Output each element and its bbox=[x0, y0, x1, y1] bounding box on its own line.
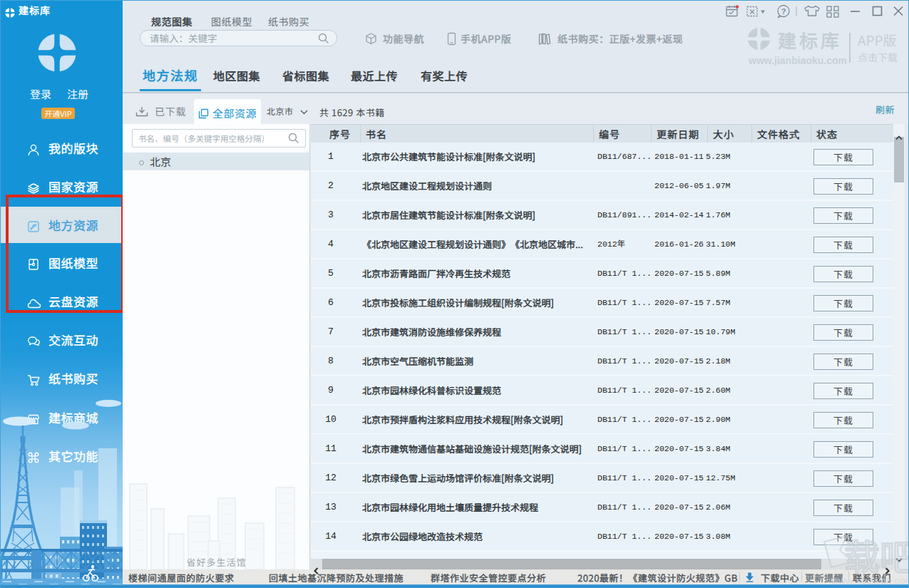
svg-text:建标库: 建标库 bbox=[778, 26, 842, 53]
svg-text:APP版: APP版 bbox=[858, 30, 897, 49]
svg-text:点击下载: 点击下载 bbox=[858, 50, 898, 64]
svg-text:www.jianbiaoku.com: www.jianbiaoku.com bbox=[748, 55, 847, 66]
svg-text:?: ? bbox=[781, 7, 786, 16]
